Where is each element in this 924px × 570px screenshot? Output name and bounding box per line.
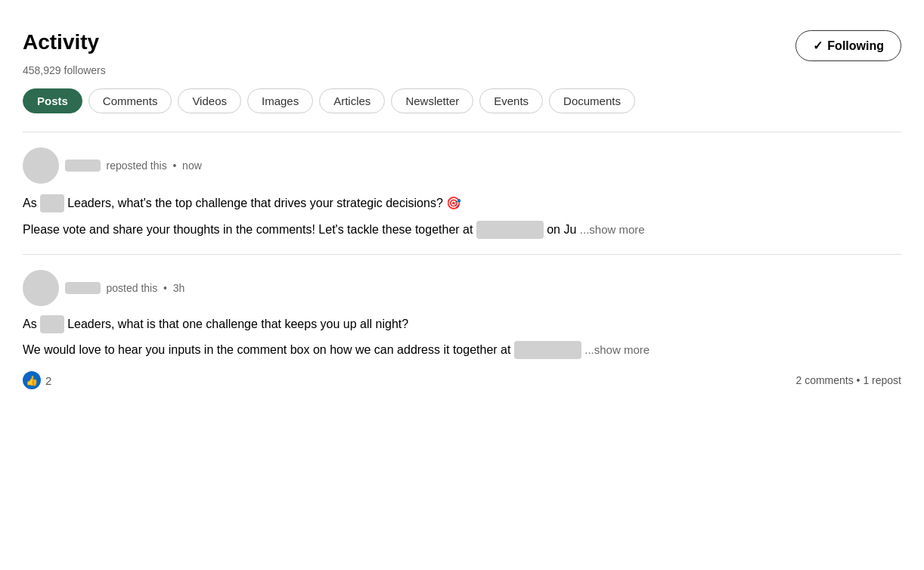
tab-documents[interactable]: Documents [549, 88, 635, 113]
post-item: posted this • 3h As ██ Leaders, what is … [23, 270, 901, 389]
show-more-link[interactable]: ...show more [580, 223, 645, 236]
tab-newsletter[interactable]: Newsletter [391, 88, 473, 113]
followers-count: 458,929 followers [23, 64, 901, 76]
post-line-2: Please vote and share your thoughts in t… [23, 221, 901, 239]
tabs-row: PostsCommentsVideosImagesArticlesNewslet… [23, 88, 901, 113]
meta-action: reposted this [106, 160, 166, 172]
post-footer: 👍 2 2 comments • 1 repost [23, 371, 901, 389]
author-blur [65, 282, 101, 294]
section-divider [23, 132, 901, 132]
tab-events[interactable]: Events [479, 88, 543, 113]
meta-time: now [182, 160, 202, 172]
post-meta-text: reposted this • now [65, 160, 202, 172]
avatar [23, 147, 59, 184]
reactions-count: 2 [45, 374, 51, 387]
reactions: 👍 2 [23, 371, 51, 389]
avatar [23, 270, 59, 306]
post-meta: posted this • 3h [23, 270, 901, 306]
author-blur [65, 160, 101, 172]
post-line-1: As ██ Leaders, what's the top challenge … [23, 193, 901, 213]
tab-posts[interactable]: Posts [23, 88, 82, 113]
post-meta-text: posted this • 3h [65, 282, 184, 294]
page-title: Activity [23, 30, 99, 54]
tab-articles[interactable]: Articles [319, 88, 385, 113]
following-button[interactable]: ✓ Following [795, 30, 901, 61]
post-item: reposted this • now As ██ Leaders, what'… [23, 147, 901, 239]
tab-comments[interactable]: Comments [88, 88, 172, 113]
post-divider [23, 254, 901, 255]
post-line-2: We would love to hear you inputs in the … [23, 341, 901, 359]
meta-action: posted this [106, 282, 157, 294]
meta-time: 3h [173, 282, 185, 294]
post-meta: reposted this • now [23, 147, 901, 184]
like-icon: 👍 [23, 371, 41, 389]
check-icon: ✓ [813, 39, 823, 53]
following-label: Following [827, 39, 884, 53]
tab-images[interactable]: Images [247, 88, 313, 113]
show-more-link[interactable]: ...show more [584, 343, 650, 356]
tab-videos[interactable]: Videos [178, 88, 241, 113]
post-stats: 2 comments • 1 repost [795, 374, 901, 386]
post-line-1: As ██ Leaders, what is that one challeng… [23, 315, 901, 333]
